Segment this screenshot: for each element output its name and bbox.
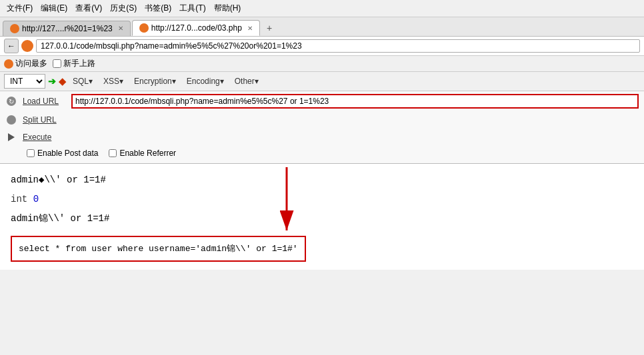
tamper-panel: ↻ Load URL Split URL Execute Enable Post… (0, 91, 644, 164)
enable-post-checkbox[interactable] (27, 149, 35, 157)
enable-referrer-checkbox[interactable] (109, 149, 117, 157)
tab-label-0: http://127....r%201=1%23 (22, 24, 113, 33)
encoding-menu[interactable]: Encoding▾ (183, 75, 228, 87)
sql-output-box: select * from user where username='admin… (11, 230, 633, 262)
split-url-row: Split URL (0, 111, 644, 129)
menubar: 文件(F) 编辑(E) 查看(V) 历史(S) 书签(B) 工具(T) 帮助(H… (0, 0, 644, 17)
bookmark-label-0: 访问最多 (15, 58, 47, 69)
type-select[interactable]: INT String (4, 74, 45, 89)
load-url-icon: ↻ (5, 95, 17, 107)
execute-icon (5, 131, 17, 143)
toolbar: INT String ➔ ◆ SQL▾ XSS▾ Encryption▾ Enc… (0, 72, 644, 91)
tab-close-1[interactable]: ✕ (247, 25, 253, 32)
output-line-3: admin锦\\' or 1=1# (11, 210, 633, 227)
execute-row: Execute (0, 129, 644, 146)
bookmark-newuser[interactable]: 新手上路 (53, 58, 95, 69)
load-url-row: ↻ Load URL (0, 91, 644, 111)
menu-item-tools[interactable]: 工具(T) (175, 1, 209, 15)
load-url-label[interactable]: Load URL (23, 97, 66, 106)
back-button[interactable]: ← (4, 39, 19, 53)
tabbar: http://127....r%201=1%23 ✕ http://127.0.… (0, 17, 644, 37)
arrow-red-icon: ◆ (59, 76, 66, 87)
checkboxes-row: Enable Post data Enable Referrer (0, 146, 644, 163)
split-url-icon (5, 114, 17, 126)
tab-add-button[interactable]: + (261, 20, 277, 36)
address-input[interactable] (36, 39, 640, 53)
output-int-value: 0 (33, 194, 39, 204)
bookmark-icon-0 (4, 59, 13, 69)
tab-0[interactable]: http://127....r%201=1%23 ✕ (3, 21, 131, 36)
output-text-1: admin◆\\' or 1=1# (11, 175, 106, 185)
menu-item-edit[interactable]: 编辑(E) (37, 1, 71, 15)
menu-item-file[interactable]: 文件(F) (3, 1, 37, 15)
output-line-2: int 0 (11, 191, 633, 208)
svg-text:↻: ↻ (9, 98, 14, 105)
sql-text: select * from user where username='admin… (11, 236, 306, 262)
site-icon (21, 40, 33, 52)
tab-icon-1 (139, 23, 149, 33)
addressbar: ← (0, 37, 644, 56)
bookmarksbar: 访问最多 新手上路 (0, 56, 644, 72)
svg-marker-3 (8, 133, 15, 141)
menu-item-help[interactable]: 帮助(H) (210, 1, 245, 15)
output-line-1: admin◆\\' or 1=1# (11, 172, 633, 188)
menu-item-bookmarks[interactable]: 书签(B) (141, 1, 175, 15)
execute-label[interactable]: Execute (23, 133, 66, 142)
enable-referrer-label: Enable Referrer (119, 149, 176, 158)
other-menu[interactable]: Other▾ (231, 75, 263, 87)
bookmark-label-1: 新手上路 (63, 58, 95, 69)
encryption-menu[interactable]: Encryption▾ (130, 75, 180, 87)
enable-post-item: Enable Post data (27, 149, 98, 158)
tab-label-1: http://127.0...code/03.php (151, 23, 242, 33)
enable-post-label: Enable Post data (37, 149, 98, 158)
arrow-green-icon: ➔ (48, 76, 56, 87)
menu-item-history[interactable]: 历史(S) (106, 1, 141, 15)
output-int-label: int (11, 194, 27, 204)
sql-menu[interactable]: SQL▾ (69, 75, 97, 87)
svg-point-2 (7, 115, 16, 125)
output-area: admin◆\\' or 1=1# int 0 admin锦\\' or 1=1… (0, 164, 644, 270)
tab-close-0[interactable]: ✕ (118, 25, 123, 32)
tab-icon-0 (10, 24, 19, 33)
menu-item-view[interactable]: 查看(V) (71, 1, 106, 15)
url-input[interactable] (71, 94, 639, 109)
enable-referrer-item: Enable Referrer (109, 149, 176, 158)
split-url-label[interactable]: Split URL (23, 115, 66, 125)
tab-1[interactable]: http://127.0...code/03.php ✕ (132, 20, 260, 36)
xss-menu[interactable]: XSS▾ (99, 75, 127, 87)
output-text-3: admin锦\\' or 1=1# (11, 213, 109, 224)
bookmark-visits[interactable]: 访问最多 (4, 58, 47, 69)
bookmark-checkbox[interactable] (53, 59, 61, 68)
